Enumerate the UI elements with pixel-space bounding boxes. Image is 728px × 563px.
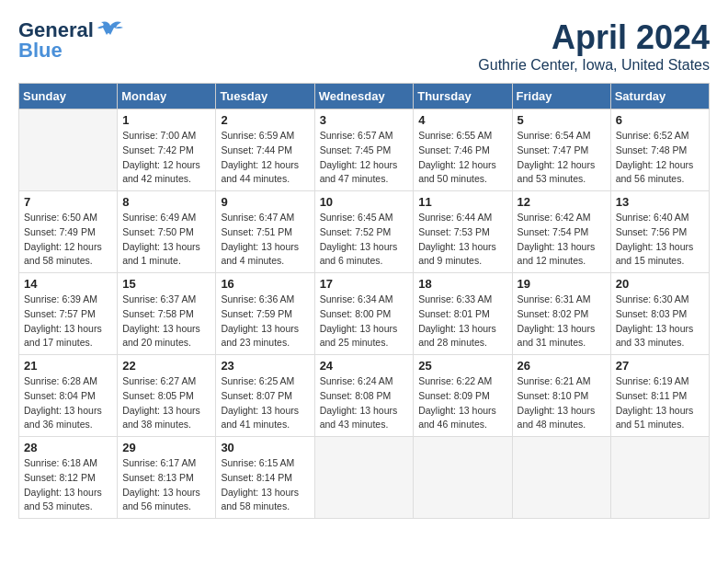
days-of-week-row: SundayMondayTuesdayWednesdayThursdayFrid… bbox=[19, 84, 710, 109]
day-number: 7 bbox=[24, 195, 112, 209]
title-block: April 2024 Guthrie Center, Iowa, United … bbox=[478, 18, 710, 74]
day-of-week-header: Monday bbox=[118, 84, 216, 109]
day-info: Sunrise: 6:31 AM Sunset: 8:02 PM Dayligh… bbox=[518, 293, 606, 350]
day-info: Sunrise: 6:18 AM Sunset: 8:12 PM Dayligh… bbox=[24, 456, 112, 514]
calendar-day-cell bbox=[512, 437, 610, 519]
calendar-day-cell bbox=[610, 437, 709, 519]
day-info: Sunrise: 6:24 AM Sunset: 8:08 PM Dayligh… bbox=[320, 374, 409, 432]
day-number: 22 bbox=[122, 359, 210, 373]
calendar-day-cell: 15Sunrise: 6:37 AM Sunset: 7:58 PM Dayli… bbox=[118, 273, 216, 355]
day-number: 16 bbox=[221, 277, 309, 291]
day-info: Sunrise: 6:59 AM Sunset: 7:44 PM Dayligh… bbox=[221, 129, 309, 187]
day-info: Sunrise: 6:27 AM Sunset: 8:05 PM Dayligh… bbox=[122, 374, 210, 432]
calendar-week-row: 28Sunrise: 6:18 AM Sunset: 8:12 PM Dayli… bbox=[19, 437, 710, 519]
day-info: Sunrise: 6:36 AM Sunset: 7:59 PM Dayligh… bbox=[221, 293, 309, 350]
calendar-day-cell: 10Sunrise: 6:45 AM Sunset: 7:52 PM Dayli… bbox=[314, 191, 414, 273]
calendar-day-cell: 29Sunrise: 6:17 AM Sunset: 8:13 PM Dayli… bbox=[118, 437, 216, 519]
page-header: General Blue April 2024 Guthrie Center, … bbox=[18, 18, 710, 74]
calendar-day-cell: 14Sunrise: 6:39 AM Sunset: 7:57 PM Dayli… bbox=[19, 273, 118, 355]
calendar-day-cell: 6Sunrise: 6:52 AM Sunset: 7:48 PM Daylig… bbox=[610, 109, 709, 191]
day-number: 15 bbox=[122, 277, 210, 291]
calendar-day-cell: 4Sunrise: 6:55 AM Sunset: 7:46 PM Daylig… bbox=[414, 109, 512, 191]
calendar-day-cell: 28Sunrise: 6:18 AM Sunset: 8:12 PM Dayli… bbox=[19, 437, 118, 519]
calendar-day-cell: 26Sunrise: 6:21 AM Sunset: 8:10 PM Dayli… bbox=[512, 355, 610, 437]
calendar-day-cell: 2Sunrise: 6:59 AM Sunset: 7:44 PM Daylig… bbox=[216, 109, 314, 191]
day-number: 10 bbox=[320, 195, 409, 209]
day-of-week-header: Friday bbox=[512, 84, 610, 109]
day-info: Sunrise: 7:00 AM Sunset: 7:42 PM Dayligh… bbox=[122, 129, 210, 187]
day-of-week-header: Wednesday bbox=[314, 84, 414, 109]
calendar-header: SundayMondayTuesdayWednesdayThursdayFrid… bbox=[19, 84, 710, 109]
day-info: Sunrise: 6:49 AM Sunset: 7:50 PM Dayligh… bbox=[122, 211, 210, 269]
day-info: Sunrise: 6:47 AM Sunset: 7:51 PM Dayligh… bbox=[221, 211, 309, 269]
day-info: Sunrise: 6:19 AM Sunset: 8:11 PM Dayligh… bbox=[616, 374, 704, 432]
day-number: 6 bbox=[616, 113, 704, 127]
calendar-day-cell: 17Sunrise: 6:34 AM Sunset: 8:00 PM Dayli… bbox=[314, 273, 414, 355]
day-number: 1 bbox=[122, 113, 210, 127]
calendar-day-cell: 1Sunrise: 7:00 AM Sunset: 7:42 PM Daylig… bbox=[118, 109, 216, 191]
calendar-day-cell: 11Sunrise: 6:44 AM Sunset: 7:53 PM Dayli… bbox=[414, 191, 512, 273]
day-info: Sunrise: 6:37 AM Sunset: 7:58 PM Dayligh… bbox=[122, 293, 210, 350]
day-info: Sunrise: 6:50 AM Sunset: 7:49 PM Dayligh… bbox=[24, 211, 112, 269]
day-of-week-header: Sunday bbox=[19, 84, 118, 109]
calendar-day-cell: 24Sunrise: 6:24 AM Sunset: 8:08 PM Dayli… bbox=[314, 355, 414, 437]
day-number: 2 bbox=[221, 113, 309, 127]
calendar-body: 1Sunrise: 7:00 AM Sunset: 7:42 PM Daylig… bbox=[19, 109, 710, 519]
day-info: Sunrise: 6:21 AM Sunset: 8:10 PM Dayligh… bbox=[518, 374, 606, 432]
logo-bird-icon bbox=[97, 18, 123, 39]
day-info: Sunrise: 6:33 AM Sunset: 8:01 PM Dayligh… bbox=[418, 293, 506, 350]
day-number: 28 bbox=[24, 441, 112, 454]
day-number: 24 bbox=[320, 359, 409, 373]
day-info: Sunrise: 6:40 AM Sunset: 7:56 PM Dayligh… bbox=[616, 211, 704, 269]
calendar-day-cell: 16Sunrise: 6:36 AM Sunset: 7:59 PM Dayli… bbox=[216, 273, 314, 355]
page-subtitle: Guthrie Center, Iowa, United States bbox=[478, 57, 710, 74]
day-number: 3 bbox=[320, 113, 409, 127]
day-info: Sunrise: 6:42 AM Sunset: 7:54 PM Dayligh… bbox=[518, 211, 606, 269]
day-info: Sunrise: 6:44 AM Sunset: 7:53 PM Dayligh… bbox=[418, 211, 506, 269]
logo: General Blue bbox=[18, 18, 123, 63]
day-number: 19 bbox=[518, 277, 606, 291]
day-info: Sunrise: 6:34 AM Sunset: 8:00 PM Dayligh… bbox=[320, 293, 409, 350]
calendar-day-cell: 23Sunrise: 6:25 AM Sunset: 8:07 PM Dayli… bbox=[216, 355, 314, 437]
day-info: Sunrise: 6:45 AM Sunset: 7:52 PM Dayligh… bbox=[320, 211, 409, 269]
day-info: Sunrise: 6:55 AM Sunset: 7:46 PM Dayligh… bbox=[418, 129, 506, 187]
day-number: 27 bbox=[616, 359, 704, 373]
day-number: 12 bbox=[518, 195, 606, 209]
calendar-day-cell: 22Sunrise: 6:27 AM Sunset: 8:05 PM Dayli… bbox=[118, 355, 216, 437]
day-info: Sunrise: 6:30 AM Sunset: 8:03 PM Dayligh… bbox=[616, 293, 704, 350]
calendar-day-cell: 18Sunrise: 6:33 AM Sunset: 8:01 PM Dayli… bbox=[414, 273, 512, 355]
day-number: 20 bbox=[616, 277, 704, 291]
calendar-day-cell: 21Sunrise: 6:28 AM Sunset: 8:04 PM Dayli… bbox=[19, 355, 118, 437]
calendar-day-cell: 19Sunrise: 6:31 AM Sunset: 8:02 PM Dayli… bbox=[512, 273, 610, 355]
calendar-day-cell: 27Sunrise: 6:19 AM Sunset: 8:11 PM Dayli… bbox=[610, 355, 709, 437]
day-number: 23 bbox=[221, 359, 309, 373]
day-number: 30 bbox=[221, 441, 309, 454]
day-info: Sunrise: 6:52 AM Sunset: 7:48 PM Dayligh… bbox=[616, 129, 704, 187]
day-number: 4 bbox=[418, 113, 506, 127]
day-info: Sunrise: 6:54 AM Sunset: 7:47 PM Dayligh… bbox=[518, 129, 606, 187]
calendar-day-cell bbox=[314, 437, 414, 519]
calendar-day-cell: 3Sunrise: 6:57 AM Sunset: 7:45 PM Daylig… bbox=[314, 109, 414, 191]
calendar-week-row: 1Sunrise: 7:00 AM Sunset: 7:42 PM Daylig… bbox=[19, 109, 710, 191]
page-title: April 2024 bbox=[478, 18, 710, 57]
day-number: 8 bbox=[122, 195, 210, 209]
calendar-table: SundayMondayTuesdayWednesdayThursdayFrid… bbox=[18, 83, 710, 519]
calendar-day-cell: 5Sunrise: 6:54 AM Sunset: 7:47 PM Daylig… bbox=[512, 109, 610, 191]
day-number: 13 bbox=[616, 195, 704, 209]
day-info: Sunrise: 6:57 AM Sunset: 7:45 PM Dayligh… bbox=[320, 129, 409, 187]
calendar-day-cell: 30Sunrise: 6:15 AM Sunset: 8:14 PM Dayli… bbox=[216, 437, 314, 519]
calendar-day-cell bbox=[414, 437, 512, 519]
day-number: 14 bbox=[24, 277, 112, 291]
day-of-week-header: Thursday bbox=[414, 84, 512, 109]
day-info: Sunrise: 6:25 AM Sunset: 8:07 PM Dayligh… bbox=[221, 374, 309, 432]
day-number: 9 bbox=[221, 195, 309, 209]
logo-text-blue: Blue bbox=[18, 39, 63, 63]
day-number: 25 bbox=[418, 359, 506, 373]
calendar-week-row: 7Sunrise: 6:50 AM Sunset: 7:49 PM Daylig… bbox=[19, 191, 710, 273]
calendar-day-cell: 20Sunrise: 6:30 AM Sunset: 8:03 PM Dayli… bbox=[610, 273, 709, 355]
day-info: Sunrise: 6:28 AM Sunset: 8:04 PM Dayligh… bbox=[24, 374, 112, 432]
day-number: 29 bbox=[122, 441, 210, 454]
day-number: 5 bbox=[518, 113, 606, 127]
calendar-day-cell: 8Sunrise: 6:49 AM Sunset: 7:50 PM Daylig… bbox=[118, 191, 216, 273]
calendar-week-row: 21Sunrise: 6:28 AM Sunset: 8:04 PM Dayli… bbox=[19, 355, 710, 437]
